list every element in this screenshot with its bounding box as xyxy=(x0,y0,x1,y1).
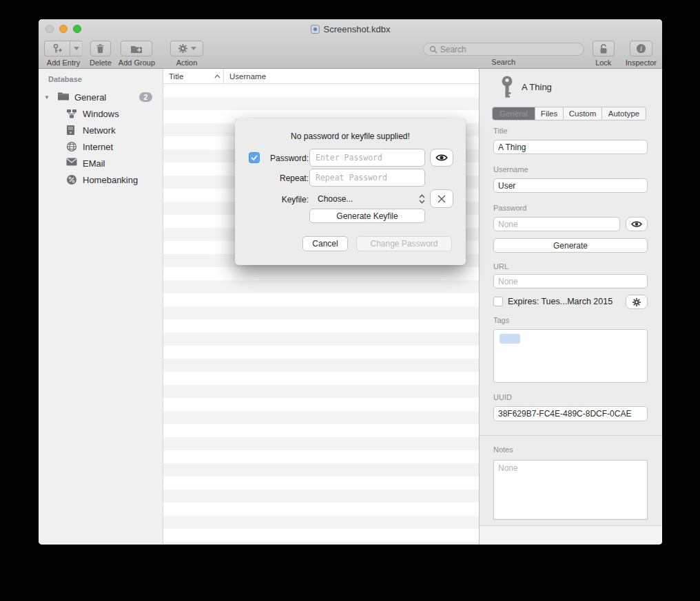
table-row[interactable] xyxy=(163,476,479,489)
table-row[interactable] xyxy=(163,385,479,398)
url-input[interactable] xyxy=(493,274,648,288)
show-password-button[interactable] xyxy=(626,217,648,231)
sidebar-item-email[interactable]: EMail xyxy=(39,155,163,171)
entry-count-badge: 2 xyxy=(139,92,152,102)
table-row[interactable] xyxy=(163,333,479,346)
sidebar-item-internet[interactable]: Internet xyxy=(39,138,163,155)
table-row[interactable] xyxy=(163,489,479,503)
table-row[interactable] xyxy=(163,306,479,319)
add-entry-label: Add Entry xyxy=(47,59,80,67)
table-row[interactable] xyxy=(163,411,479,424)
add-entry-button[interactable] xyxy=(44,41,83,56)
table-row[interactable] xyxy=(163,437,479,450)
inspector-footer xyxy=(480,525,662,545)
tags-field-label: Tags xyxy=(493,316,509,324)
change-password-button[interactable]: Change Password xyxy=(356,236,452,251)
url-field-label: URL xyxy=(493,262,508,271)
table-row[interactable] xyxy=(163,516,479,529)
sidebar-item-homebanking[interactable]: Homebanking xyxy=(39,171,163,188)
username-field-label: Username xyxy=(493,165,528,173)
table-row[interactable] xyxy=(163,346,479,359)
lock-button[interactable] xyxy=(593,41,615,56)
sidebar-item-windows[interactable]: Windows xyxy=(39,105,163,122)
sidebar-item-network[interactable]: Network xyxy=(39,122,163,138)
table-row[interactable] xyxy=(163,97,479,110)
minimize-button[interactable] xyxy=(59,25,68,33)
dialog-show-password-button[interactable] xyxy=(430,149,453,167)
unlocked-padlock-icon xyxy=(599,43,608,54)
table-row[interactable] xyxy=(163,398,479,411)
zoom-button[interactable] xyxy=(73,25,81,33)
table-row[interactable] xyxy=(163,529,479,542)
table-row[interactable] xyxy=(163,319,479,333)
window-title: Screenshot.kdbx xyxy=(324,24,391,34)
gear-icon xyxy=(178,43,188,54)
document-proxy-icon[interactable] xyxy=(311,25,320,34)
table-row[interactable] xyxy=(163,542,479,545)
sidebar-item-general[interactable]: ▼ General 2 xyxy=(39,89,163,105)
disclosure-triangle-icon[interactable]: ▼ xyxy=(44,94,51,101)
dialog-repeat-input[interactable] xyxy=(309,169,425,187)
dialog-repeat-label: Repeat: xyxy=(249,173,309,183)
expires-label: Expires: Tues...March 2015 xyxy=(508,297,612,306)
key-plus-icon[interactable] xyxy=(45,41,70,56)
title-input[interactable] xyxy=(493,140,648,154)
keyfile-popup[interactable]: Choose... xyxy=(309,189,425,208)
key-icon xyxy=(500,76,514,101)
add-group-button[interactable] xyxy=(121,41,152,56)
tab-autotype[interactable]: Autotype xyxy=(602,107,646,120)
table-row[interactable] xyxy=(163,372,479,385)
eye-icon xyxy=(435,154,448,162)
table-row[interactable] xyxy=(163,280,479,293)
table-row[interactable] xyxy=(163,503,479,516)
tag-chip[interactable] xyxy=(500,334,520,344)
keyfile-popup-value: Choose... xyxy=(318,194,353,204)
notes-field-label: Notes xyxy=(493,445,513,454)
app-window: Screenshot.kdbx Add Entry xyxy=(39,19,662,545)
dialog-keyfile-label: Keyfile: xyxy=(249,195,309,204)
add-entry-dropdown-arrow-icon[interactable] xyxy=(70,41,82,56)
envelope-icon xyxy=(66,158,77,169)
entry-title: A Thing xyxy=(522,82,552,92)
sidebar-header: Database xyxy=(39,75,163,83)
gear-icon xyxy=(632,297,641,307)
sidebar-item-label: EMail xyxy=(83,158,105,169)
generate-password-button[interactable]: Generate xyxy=(493,238,648,253)
username-input[interactable] xyxy=(493,178,648,193)
table-header: Title Username xyxy=(163,69,479,84)
search-icon xyxy=(429,45,438,54)
search-label: Search xyxy=(491,58,515,66)
expires-checkbox[interactable] xyxy=(493,297,503,306)
table-row[interactable] xyxy=(163,267,479,280)
table-row[interactable] xyxy=(163,84,479,97)
tab-custom[interactable]: Custom xyxy=(564,107,602,120)
search-field[interactable]: Search xyxy=(423,43,584,56)
clear-keyfile-button[interactable] xyxy=(430,189,453,208)
title-bar[interactable]: Screenshot.kdbx xyxy=(39,19,662,39)
cancel-button[interactable]: Cancel xyxy=(302,236,348,251)
notes-textarea[interactable] xyxy=(493,460,648,520)
table-row[interactable] xyxy=(163,359,479,372)
windows-icon xyxy=(66,108,77,119)
password-input[interactable] xyxy=(493,217,620,231)
column-header-title[interactable]: Title xyxy=(163,69,224,83)
action-button[interactable] xyxy=(170,41,203,56)
search-placeholder: Search xyxy=(440,45,466,54)
delete-button[interactable] xyxy=(90,41,111,56)
stepper-icon xyxy=(419,194,425,204)
dialog-password-input[interactable] xyxy=(309,149,425,167)
inspector-button[interactable]: i xyxy=(630,41,652,56)
table-row[interactable] xyxy=(163,463,479,476)
table-row[interactable] xyxy=(163,424,479,437)
tab-general[interactable]: General xyxy=(493,107,535,120)
column-header-username[interactable]: Username xyxy=(224,69,266,83)
close-button[interactable] xyxy=(45,25,54,33)
tab-files[interactable]: Files xyxy=(535,107,564,120)
tags-box[interactable] xyxy=(493,329,648,383)
uuid-input[interactable] xyxy=(493,406,648,421)
table-row[interactable] xyxy=(163,293,479,306)
inspector-panel: A Thing General Files Custom Autotype Ti… xyxy=(479,69,662,545)
table-row[interactable] xyxy=(163,450,479,463)
expires-settings-button[interactable] xyxy=(626,295,648,309)
generate-keyfile-button[interactable]: Generate Keyfile xyxy=(309,209,425,223)
